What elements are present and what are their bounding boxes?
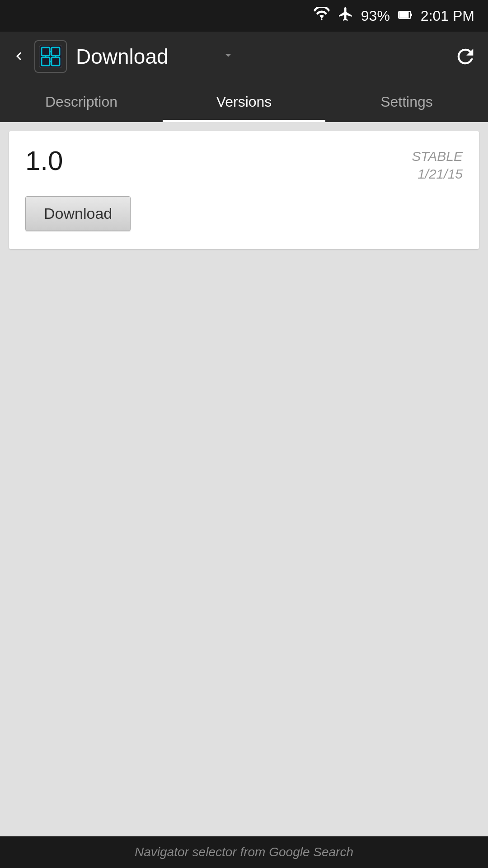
page-title: Download (76, 44, 454, 69)
tab-description[interactable]: Description (0, 81, 163, 122)
app-bar: Download (0, 32, 488, 81)
back-button[interactable] (11, 48, 27, 65)
main-content: 1.0 STABLE 1/21/15 Download (0, 122, 488, 258)
tab-versions[interactable]: Versions (163, 81, 325, 122)
bottom-bar: Navigator selector from Google Search (0, 836, 488, 868)
version-meta: STABLE 1/21/15 (412, 147, 463, 183)
status-icons: 93% 2:01 PM (313, 6, 474, 26)
tab-settings[interactable]: Settings (325, 81, 488, 122)
tabs-bar: Description Versions Settings (0, 81, 488, 122)
download-button[interactable]: Download (25, 196, 131, 231)
dropdown-arrow-icon (221, 47, 235, 66)
version-date: 1/21/15 (412, 165, 463, 183)
wifi-icon (313, 7, 330, 25)
bottom-bar-text: Navigator selector from Google Search (135, 845, 353, 859)
status-bar: 93% 2:01 PM (0, 0, 488, 32)
version-number: 1.0 (25, 147, 63, 175)
svg-rect-1 (399, 12, 408, 18)
version-card: 1.0 STABLE 1/21/15 Download (9, 131, 479, 249)
battery-percent: 93% (361, 8, 390, 24)
version-header: 1.0 STABLE 1/21/15 (25, 147, 463, 183)
battery-icon (397, 7, 413, 25)
current-time: 2:01 PM (421, 8, 474, 24)
airplane-icon (338, 6, 354, 26)
version-stability: STABLE (412, 147, 463, 165)
svg-rect-3 (39, 45, 62, 68)
svg-rect-2 (411, 14, 412, 16)
app-icon (34, 40, 67, 73)
refresh-button[interactable] (454, 45, 477, 68)
